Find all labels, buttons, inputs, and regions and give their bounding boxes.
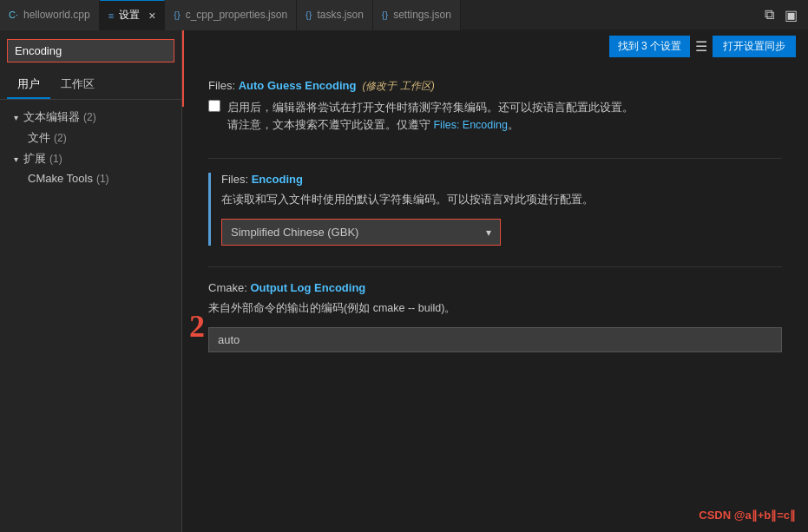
setting-title-cmake: Cmake: Output Log Encoding xyxy=(208,281,782,294)
auto-guess-checkbox[interactable] xyxy=(208,100,220,112)
setting-cmake-output: Cmake: Output Log Encoding 来自外部命令的输出的编码(… xyxy=(208,281,782,352)
setting-files-encoding: Files: Encoding 在读取和写入文件时使用的默认字符集编码。可以按语… xyxy=(208,173,782,246)
close-settings-tab[interactable]: × xyxy=(148,9,155,23)
sidebar-tree: ▾ 文本编辑器 (2) 文件 (2) ▾ 扩展 (1) CMake Tools … xyxy=(0,100,181,194)
sidebar-item-text-editor[interactable]: ▾ 文本编辑器 (2) xyxy=(0,107,181,128)
content-header: 找到 3 个设置 ☰ 打开设置同步 xyxy=(182,30,808,62)
content-area: 找到 3 个设置 ☰ 打开设置同步 Files: Auto Guess Enco… xyxy=(182,30,808,532)
sidebar-item-cmake-tools[interactable]: CMake Tools (1) xyxy=(0,169,181,187)
header-right-buttons: 找到 3 个设置 ☰ 打开设置同步 xyxy=(609,36,799,57)
search-input[interactable]: Encoding xyxy=(7,39,174,62)
annotation-line xyxy=(182,30,184,107)
scope-tab-user[interactable]: 用户 xyxy=(7,71,50,99)
filter-icon[interactable]: ☰ xyxy=(695,38,707,55)
tab-helloworld[interactable]: C· helloworld.cpp xyxy=(0,0,100,30)
encoding-dropdown-wrapper: UTF-8 Simplified Chinese (GBK) Tradition… xyxy=(221,219,501,246)
setting-title-encoding: Files: Encoding xyxy=(221,173,782,186)
divider-1 xyxy=(208,158,782,159)
auto-guess-desc1: 启用后，编辑器将尝试在打开文件时猜测字符集编码。还可以按语言配置此设置。 xyxy=(227,99,634,116)
split-editor-icon[interactable]: ⧉ xyxy=(761,5,778,24)
json-icon-1: {} xyxy=(174,10,180,20)
json-icon-3: {} xyxy=(382,10,388,20)
checkbox-row: 启用后，编辑器将尝试在打开文件时猜测字符集编码。还可以按语言配置此设置。 请注意… xyxy=(208,99,782,134)
sidebar-item-files[interactable]: 文件 (2) xyxy=(0,128,181,148)
encoding-dropdown[interactable]: UTF-8 Simplified Chinese (GBK) Tradition… xyxy=(222,220,500,245)
watermark: CSDN @a‖+b‖=c‖ xyxy=(699,509,796,522)
sidebar-count-files: (2) xyxy=(54,132,67,144)
tab-settings[interactable]: ≡ 设置 × xyxy=(100,0,166,30)
cpp-icon: C· xyxy=(9,10,18,20)
scope-tab-workspace[interactable]: 工作区 xyxy=(50,71,105,99)
annotation-number-2: 2 xyxy=(189,308,205,345)
sidebar-label-text-editor: 文本编辑器 xyxy=(23,109,80,125)
sidebar-item-extensions[interactable]: ▾ 扩展 (1) xyxy=(0,148,181,169)
encoding-desc: 在读取和写入文件时使用的默认字符集编码。可以按语言对此项进行配置。 xyxy=(221,191,782,208)
cmake-prefix: Cmake: xyxy=(208,281,250,294)
main-container: Encoding 用户 工作区 ▾ 文本编辑器 (2) 文件 (2) xyxy=(0,30,808,532)
tab-c-cpp-properties[interactable]: {} c_cpp_properties.json xyxy=(165,0,297,30)
setting-auto-guess-encoding: Files: Auto Guess Encoding (修改于 工作区) 启用后… xyxy=(208,79,782,134)
tab-settings-json[interactable]: {} settings.json xyxy=(373,0,461,30)
tab-label-settings: 设置 xyxy=(119,8,140,23)
divider-2 xyxy=(208,266,782,267)
encoding-title-bold: Encoding xyxy=(252,173,303,186)
tab-tasks[interactable]: {} tasks.json xyxy=(297,0,373,30)
sidebar-label-extensions: 扩展 xyxy=(23,151,46,167)
encoding-prefix: Files: xyxy=(221,173,252,186)
settings-icon: ≡ xyxy=(108,10,114,21)
setting-title-files-prefix: Files: xyxy=(208,79,239,92)
setting-title-auto-guess: Files: Auto Guess Encoding (修改于 工作区) xyxy=(208,79,782,94)
auto-guess-desc2: 请注意，文本搜索不遵守此设置。仅遵守 Files: Encoding。 xyxy=(227,116,634,134)
cmake-output-input[interactable] xyxy=(208,327,782,352)
chevron-down-icon: ▾ xyxy=(14,113,18,122)
sidebar: Encoding 用户 工作区 ▾ 文本编辑器 (2) 文件 (2) xyxy=(0,30,182,532)
found-settings-button[interactable]: 找到 3 个设置 xyxy=(609,36,690,57)
chevron-down-icon-2: ▾ xyxy=(14,154,18,164)
sidebar-count-cmake: (1) xyxy=(96,173,109,185)
tab-bar: C· helloworld.cpp ≡ 设置 × {} c_cpp_proper… xyxy=(0,0,808,30)
tab-label-helloworld: helloworld.cpp xyxy=(23,9,90,21)
sidebar-label-files: 文件 xyxy=(28,130,50,146)
tab-label-tasks: tasks.json xyxy=(317,9,363,21)
sidebar-count-text-editor: (2) xyxy=(83,111,96,123)
settings-content: Files: Auto Guess Encoding (修改于 工作区) 启用后… xyxy=(182,62,808,394)
json-icon-2: {} xyxy=(305,10,312,20)
sidebar-count-extensions: (1) xyxy=(49,153,62,165)
scope-tabs: 用户 工作区 xyxy=(0,71,181,100)
setting-modified-note: (修改于 工作区) xyxy=(359,80,435,92)
sidebar-label-cmake-tools: CMake Tools xyxy=(28,172,93,185)
tab-actions: ⧉ ▣ xyxy=(761,5,808,25)
files-encoding-link[interactable]: Files: Encoding xyxy=(433,119,507,131)
setting-title-auto-guess-bold: Auto Guess Encoding xyxy=(239,79,357,92)
layout-icon[interactable]: ▣ xyxy=(781,5,801,25)
tab-label-c-cpp: c_cpp_properties.json xyxy=(186,9,287,21)
open-settings-sync-button[interactable]: 打开设置同步 xyxy=(713,36,796,57)
tab-label-settings-json: settings.json xyxy=(393,9,451,21)
cmake-title-bold: Output Log Encoding xyxy=(250,281,365,294)
cmake-desc: 来自外部命令的输出的编码(例如 cmake -- build)。 xyxy=(208,299,782,317)
